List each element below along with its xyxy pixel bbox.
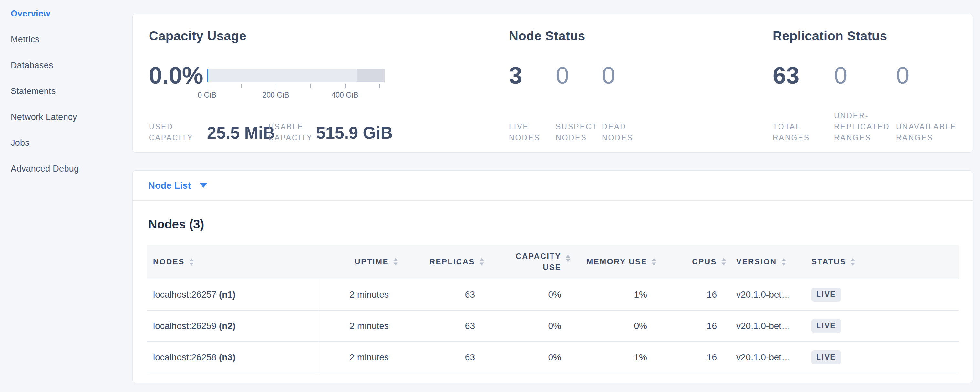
axis-tick [345, 84, 345, 88]
version-cell: v20.1.0-bet… [727, 310, 808, 342]
nodes-heading: Nodes (3) [148, 217, 972, 231]
node-list-card: Node List Nodes (3) NODES UPTIME REPLICA… [132, 170, 973, 383]
column-header-uptime[interactable]: UPTIME [318, 245, 398, 279]
sort-icon [652, 258, 656, 266]
node-address-cell[interactable]: localhost:26257 (n1) [147, 279, 318, 310]
column-header-capacity-use[interactable]: CAPACITY USE [485, 245, 571, 279]
version-cell: v20.1.0-bet… [727, 342, 808, 373]
axis-tick [241, 84, 242, 88]
cpus-cell: 16 [657, 342, 727, 373]
column-label: CPUS [692, 257, 717, 266]
table-row-n2[interactable]: localhost:26259 (n2) 2 minutes 63 0% 0% … [147, 310, 959, 342]
node-address-cell[interactable]: localhost:26258 (n3) [147, 342, 318, 373]
node-address: localhost:26259 [153, 321, 216, 331]
uptime-cell: 2 minutes [318, 342, 398, 373]
node-status-title: Node Status [509, 29, 585, 43]
sort-icon [393, 258, 398, 266]
replicas-cell: 63 [398, 279, 485, 310]
sidebar-item-metrics[interactable]: Metrics [0, 27, 132, 53]
total-ranges-label: TOTAL RANGES [773, 121, 818, 143]
version-cell: v20.1.0-bet… [727, 279, 808, 310]
node-address-cell[interactable]: localhost:26259 (n2) [147, 310, 318, 342]
table-header-row: NODES UPTIME REPLICAS CAPACITY USE MEMOR… [147, 245, 959, 279]
node-list-panel-header: Node List [133, 171, 972, 201]
live-nodes-label: LIVE NODES [509, 121, 548, 143]
node-list-dropdown-label: Node List [148, 180, 191, 191]
used-capacity-label: USED CAPACITY [149, 121, 202, 143]
sort-icon [566, 255, 570, 262]
cpus-cell: 16 [657, 310, 727, 342]
cpus-cell: 16 [657, 279, 727, 310]
replicas-cell: 63 [398, 310, 485, 342]
sidebar-item-advanced-debug[interactable]: Advanced Debug [0, 156, 132, 182]
under-replicated-ranges-count: 0 [834, 62, 847, 89]
node-id: (n3) [219, 352, 235, 362]
uptime-cell: 2 minutes [318, 279, 398, 310]
status-cell: LIVE [808, 342, 959, 373]
node-address: localhost:26257 [153, 290, 216, 300]
under-replicated-ranges-label: UNDER-REPLICATED RANGES [834, 110, 904, 143]
column-label: NODES [153, 257, 185, 266]
memory-use-cell: 1% [571, 279, 657, 310]
uptime-cell: 2 minutes [318, 310, 398, 342]
axis-tick [207, 84, 207, 88]
column-header-version[interactable]: VERSION [727, 245, 808, 279]
column-label: UPTIME [355, 257, 389, 266]
used-capacity-value: 25.5 MiB [207, 123, 275, 142]
column-header-memory-use[interactable]: MEMORY USE [571, 245, 657, 279]
axis-tick [276, 84, 277, 88]
capacity-bar-secondary-segment [357, 69, 385, 83]
table-row-n3[interactable]: localhost:26258 (n3) 2 minutes 63 0% 1% … [147, 342, 959, 373]
sort-icon [189, 258, 194, 266]
column-label: MEMORY USE [586, 257, 647, 266]
suspect-nodes-label: SUSPECT NODES [556, 121, 599, 143]
capacity-usage-title: Capacity Usage [149, 29, 247, 43]
axis-label-200: 200 GiB [262, 91, 289, 100]
status-badge: LIVE [811, 350, 841, 364]
usable-capacity-value: 515.9 GiB [316, 123, 393, 142]
total-ranges-count: 63 [773, 62, 799, 89]
status-badge: LIVE [811, 288, 841, 301]
sidebar-item-overview[interactable]: Overview [0, 1, 132, 27]
axis-tick [379, 84, 380, 88]
nodes-table: NODES UPTIME REPLICAS CAPACITY USE MEMOR… [147, 245, 959, 373]
axis-label-400: 400 GiB [331, 91, 358, 100]
sort-icon [851, 258, 855, 266]
node-id: (n1) [219, 290, 235, 300]
node-list-dropdown[interactable]: Node List [148, 180, 207, 191]
column-label: CAPACITY USE [509, 251, 561, 273]
node-address: localhost:26258 [153, 352, 216, 362]
dead-nodes-label: DEAD NODES [602, 121, 647, 143]
unavailable-ranges-count: 0 [896, 62, 909, 89]
suspect-nodes-count: 0 [556, 62, 569, 89]
sort-icon [781, 258, 786, 266]
column-label: STATUS [811, 257, 846, 266]
column-header-cpus[interactable]: CPUS [657, 245, 727, 279]
replication-status-title: Replication Status [773, 29, 887, 43]
table-row-n1[interactable]: localhost:26257 (n1) 2 minutes 63 0% 1% … [147, 279, 959, 310]
capacity-bar-used-segment [207, 69, 208, 83]
sidebar-item-databases[interactable]: Databases [0, 53, 132, 78]
memory-use-cell: 1% [571, 342, 657, 373]
capacity-use-cell: 0% [485, 310, 571, 342]
sidebar-item-statements[interactable]: Statements [0, 78, 132, 104]
column-header-replicas[interactable]: REPLICAS [398, 245, 485, 279]
column-label: REPLICAS [430, 257, 475, 266]
memory-use-cell: 0% [571, 310, 657, 342]
capacity-usage-bar [207, 69, 385, 83]
column-header-nodes[interactable]: NODES [147, 245, 318, 279]
sort-icon [479, 258, 484, 266]
sort-icon [721, 258, 726, 266]
capacity-use-cell: 0% [485, 342, 571, 373]
sidebar: Overview Metrics Databases Statements Ne… [0, 0, 132, 392]
sidebar-item-network-latency[interactable]: Network Latency [0, 104, 132, 130]
capacity-use-cell: 0% [485, 279, 571, 310]
dead-nodes-count: 0 [602, 62, 615, 89]
status-cell: LIVE [808, 279, 959, 310]
sidebar-item-jobs[interactable]: Jobs [0, 130, 132, 156]
status-cell: LIVE [808, 310, 959, 342]
live-nodes-count: 3 [509, 62, 522, 89]
node-id: (n2) [219, 321, 235, 331]
chevron-down-icon [200, 183, 207, 188]
column-header-status[interactable]: STATUS [808, 245, 959, 279]
